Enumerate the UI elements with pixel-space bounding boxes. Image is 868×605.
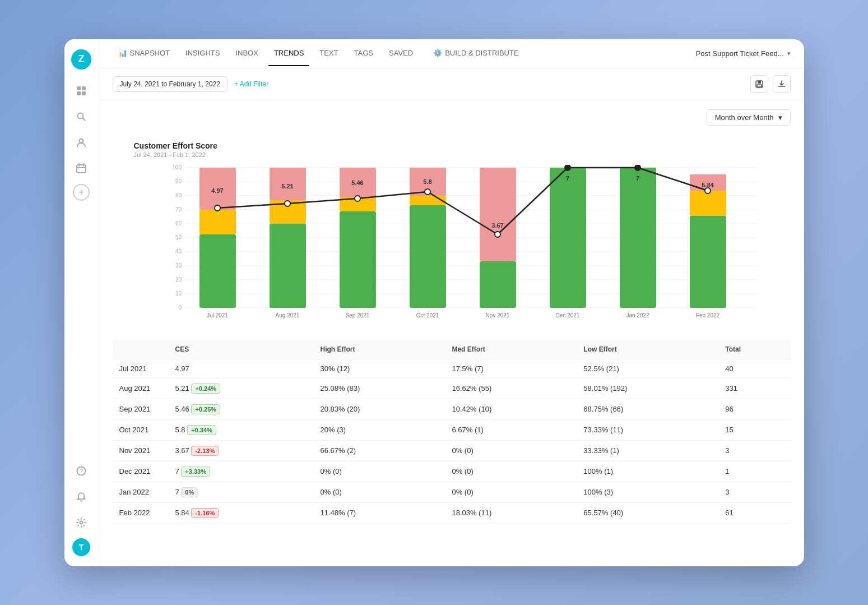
- nav-item-trends[interactable]: TRENDS: [268, 41, 309, 66]
- cell-total: 1: [718, 461, 790, 482]
- sidebar-icon-grid[interactable]: [71, 81, 91, 101]
- sidebar-icon-calendar[interactable]: [71, 158, 91, 178]
- chart-container: Customer Effort Score Jul 24, 2021 - Feb…: [113, 132, 791, 326]
- sidebar-icon-gear[interactable]: [71, 512, 91, 533]
- cell-high: 0% (0): [314, 461, 445, 482]
- cell-ces: 3.67 -2.13%: [169, 440, 314, 461]
- save-button[interactable]: [750, 75, 768, 93]
- toolbar-right: [750, 75, 791, 93]
- nav-item-saved[interactable]: SAVED: [383, 41, 419, 66]
- svg-rect-60: [480, 168, 516, 261]
- svg-point-6: [80, 138, 83, 142]
- svg-text:20: 20: [175, 276, 182, 283]
- svg-point-13: [80, 521, 83, 524]
- sidebar-icon-user[interactable]: [71, 132, 91, 153]
- nav-item-insights[interactable]: INSIGHTS: [180, 41, 225, 66]
- svg-rect-39: [199, 234, 236, 308]
- content-area: Month over Month ▾ Customer Effort Score…: [99, 100, 804, 566]
- svg-point-75: [285, 201, 290, 206]
- cell-low: 100% (3): [577, 482, 718, 502]
- chevron-down-icon: ▾: [787, 50, 791, 57]
- cell-high: 11.48% (7): [314, 502, 445, 523]
- logo[interactable]: Z: [71, 49, 91, 70]
- cell-low: 73.33% (11): [577, 419, 718, 440]
- svg-line-5: [83, 118, 86, 121]
- add-filter-button[interactable]: + Add Filter: [234, 80, 268, 88]
- svg-text:Nov 2021: Nov 2021: [485, 312, 509, 318]
- period-selector[interactable]: Month over Month ▾: [707, 109, 791, 126]
- build-icon: ⚙️: [433, 49, 442, 57]
- cell-high: 0% (0): [314, 482, 445, 502]
- download-button[interactable]: [773, 75, 791, 93]
- sidebar: Z + ? T: [64, 39, 99, 566]
- col-header-low: Low Effort: [577, 340, 718, 359]
- change-badge: -1.16%: [191, 508, 219, 518]
- nav-item-tags[interactable]: TAGS: [349, 41, 379, 66]
- sidebar-icon-help[interactable]: ?: [71, 461, 91, 481]
- cell-ces: 7 0%: [169, 482, 314, 502]
- svg-point-74: [215, 205, 220, 211]
- svg-text:4.97: 4.97: [211, 187, 223, 194]
- sidebar-add-button[interactable]: +: [73, 184, 90, 201]
- cell-high: 66.67% (2): [314, 440, 445, 461]
- change-badge: +0.25%: [191, 404, 220, 414]
- svg-rect-69: [690, 216, 726, 308]
- svg-point-83: [705, 188, 711, 193]
- svg-text:Jan 2022: Jan 2022: [626, 312, 649, 318]
- cell-period: Sep 2021: [113, 399, 169, 419]
- toolbar: July 24, 2021 to February 1, 2022 + Add …: [99, 68, 804, 100]
- table-row: Feb 2022 5.84 -1.16% 11.48% (7) 18.03% (…: [113, 502, 791, 523]
- cell-med: 16.62% (55): [445, 378, 577, 399]
- svg-point-79: [565, 165, 570, 170]
- cell-total: 96: [718, 399, 790, 419]
- svg-text:3.67: 3.67: [491, 222, 503, 229]
- nav-item-snapshot[interactable]: 📊 SNAPSHOT: [113, 41, 176, 66]
- col-header-high: High Effort: [314, 340, 445, 359]
- cell-ces: 5.84 -1.16%: [169, 502, 314, 523]
- sidebar-icon-search[interactable]: [71, 107, 91, 127]
- cell-ces: 5.8 +0.34%: [169, 419, 314, 440]
- svg-text:100: 100: [172, 165, 182, 170]
- cell-period: Aug 2021: [113, 378, 169, 399]
- cell-ces: 4.97: [169, 359, 314, 378]
- nav-item-text[interactable]: TEXT: [314, 41, 344, 66]
- change-badge: 0%: [181, 487, 198, 497]
- svg-text:30: 30: [175, 262, 182, 269]
- top-navigation: 📊 SNAPSHOT INSIGHTS INBOX TRENDS TEXT TA…: [99, 39, 804, 68]
- cell-med: 17.5% (7): [445, 359, 577, 378]
- cell-low: 52.5% (21): [577, 359, 718, 378]
- svg-rect-49: [340, 211, 376, 308]
- avatar[interactable]: T: [72, 538, 90, 556]
- table-header-row: CES High Effort Med Effort Low Effort To…: [113, 340, 791, 359]
- svg-text:Oct 2021: Oct 2021: [416, 312, 439, 318]
- svg-rect-16: [757, 85, 762, 87]
- nav-item-build[interactable]: ⚙️ BUILD & DISTRIBUTE: [428, 41, 524, 66]
- cell-high: 30% (12): [314, 359, 445, 378]
- nav-item-inbox[interactable]: INBOX: [230, 41, 263, 66]
- cell-period: Jan 2022: [113, 482, 169, 502]
- svg-text:5.46: 5.46: [351, 179, 363, 186]
- svg-text:80: 80: [175, 192, 182, 198]
- chart-subtitle: Jul 24, 2021 - Feb 1, 2022: [134, 151, 786, 158]
- svg-text:10: 10: [175, 290, 182, 297]
- svg-rect-0: [77, 86, 81, 90]
- svg-text:Jul 2021: Jul 2021: [207, 312, 228, 318]
- svg-text:Sep 2021: Sep 2021: [345, 312, 369, 318]
- sidebar-icon-bell[interactable]: [71, 487, 91, 507]
- cell-low: 65.57% (40): [577, 502, 718, 523]
- svg-rect-1: [82, 86, 86, 90]
- cell-period: Feb 2022: [113, 502, 169, 523]
- chart-header: Month over Month ▾: [113, 109, 791, 126]
- svg-rect-54: [410, 205, 446, 308]
- svg-rect-59: [480, 261, 516, 308]
- date-range-button[interactable]: July 24, 2021 to February 1, 2022: [113, 76, 228, 92]
- cell-med: 0% (0): [445, 461, 577, 482]
- chevron-down-icon: ▾: [778, 113, 782, 122]
- svg-rect-2: [77, 91, 81, 95]
- svg-text:50: 50: [175, 234, 182, 241]
- cell-med: 6.67% (1): [445, 419, 577, 440]
- table-row: Jan 2022 7 0% 0% (0) 0% (0) 100% (3) 3: [113, 482, 791, 502]
- svg-point-81: [635, 165, 640, 170]
- cell-low: 33.33% (1): [577, 440, 718, 461]
- survey-selector[interactable]: Post Support Ticket Feed... ▾: [696, 49, 791, 58]
